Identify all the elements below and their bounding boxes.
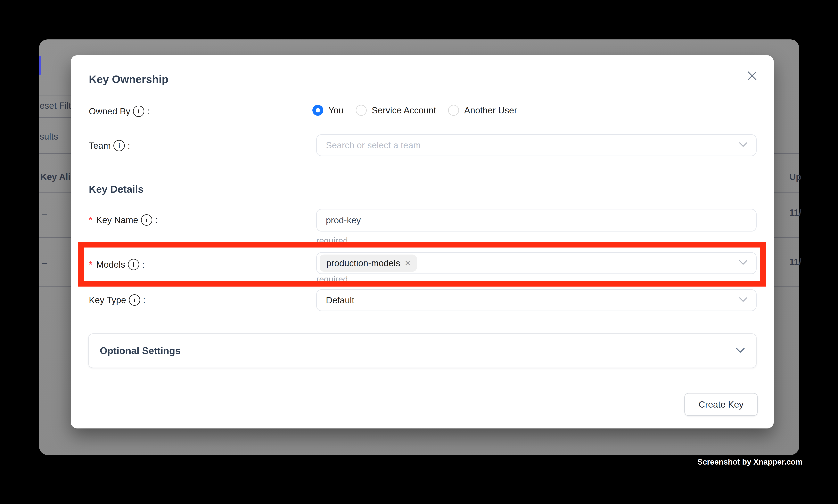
remove-tag-icon[interactable]: ✕ bbox=[404, 259, 411, 268]
radio-option-service-account[interactable]: Service Account bbox=[356, 105, 436, 116]
key-type-value: Default bbox=[326, 295, 354, 305]
owned-by-label-text: Owned By bbox=[89, 106, 130, 116]
owned-by-radio-group: You Service Account Another User bbox=[313, 105, 517, 116]
table-top-border-left bbox=[39, 153, 71, 154]
table-header-key-alias-fragment: Key Alia bbox=[40, 173, 75, 181]
table-header-divider-right bbox=[774, 193, 799, 193]
owned-by-label: Owned By i : bbox=[89, 106, 149, 117]
radio-unselected-icon bbox=[448, 105, 459, 116]
key-name-validation-message: required bbox=[316, 236, 348, 246]
colon: : bbox=[142, 259, 144, 270]
key-name-input[interactable]: prod-key bbox=[316, 209, 756, 232]
team-label-text: Team bbox=[89, 140, 111, 151]
models-label: * Models i : bbox=[89, 259, 144, 270]
info-icon: i bbox=[141, 214, 152, 226]
table-cell-date-fragment: 11/ bbox=[789, 257, 801, 266]
team-label: Team i : bbox=[89, 140, 130, 151]
radio-option-you[interactable]: You bbox=[313, 105, 344, 116]
modal-title: Key Ownership bbox=[89, 73, 168, 86]
required-asterisk: * bbox=[89, 259, 92, 270]
colon: : bbox=[147, 106, 149, 116]
table-row-divider-right bbox=[774, 237, 799, 238]
info-icon: i bbox=[113, 140, 125, 151]
reset-filters-button-bottom-border bbox=[39, 117, 71, 118]
key-name-label-text: Key Name bbox=[96, 215, 138, 225]
results-count-fragment: sults bbox=[40, 132, 58, 141]
close-icon bbox=[747, 71, 757, 80]
chevron-down-icon bbox=[739, 142, 747, 148]
table-top-border-right bbox=[774, 153, 799, 154]
colon: : bbox=[127, 140, 130, 151]
chevron-down-icon bbox=[739, 297, 747, 303]
info-icon: i bbox=[129, 294, 140, 306]
team-select[interactable]: Search or select a team bbox=[316, 134, 756, 156]
close-button[interactable] bbox=[745, 69, 759, 83]
reset-filters-button-top-border bbox=[39, 95, 71, 95]
optional-settings-panel[interactable]: Optional Settings bbox=[88, 334, 756, 368]
key-type-label-text: Key Type bbox=[89, 295, 126, 305]
create-key-button-label: Create Key bbox=[699, 399, 744, 410]
required-asterisk: * bbox=[89, 215, 92, 225]
watermark-credit: Screenshot by Xnapper.com bbox=[0, 457, 802, 466]
models-validation-message: required bbox=[316, 274, 348, 284]
optional-settings-title: Optional Settings bbox=[100, 345, 181, 356]
radio-label: Another User bbox=[464, 105, 517, 115]
team-select-placeholder: Search or select a team bbox=[326, 140, 421, 150]
info-icon: i bbox=[128, 259, 139, 270]
table-row-divider-left bbox=[39, 237, 71, 238]
colon: : bbox=[143, 295, 145, 305]
table-cell-dash: – bbox=[42, 208, 47, 219]
chevron-down-icon bbox=[736, 347, 745, 354]
radio-label: Service Account bbox=[372, 105, 436, 115]
section-key-details: Key Details bbox=[89, 183, 143, 195]
table-cell-dash: – bbox=[42, 257, 47, 268]
models-select[interactable]: production-models ✕ bbox=[316, 252, 756, 274]
table-row-divider2-left bbox=[39, 286, 71, 287]
chevron-down-icon bbox=[739, 260, 747, 266]
reset-filters-button-fragment: eset Filt bbox=[40, 101, 71, 110]
key-name-label: * Key Name i : bbox=[89, 214, 157, 226]
key-name-value: prod-key bbox=[326, 215, 361, 226]
create-key-button[interactable]: Create Key bbox=[684, 393, 758, 416]
hidden-blue-button-fragment bbox=[39, 56, 41, 75]
key-type-select[interactable]: Default bbox=[316, 289, 756, 311]
key-type-label: Key Type i : bbox=[89, 294, 145, 306]
models-label-text: Models bbox=[96, 259, 125, 270]
selected-model-tag-text: production-models bbox=[326, 258, 400, 268]
radio-option-another-user[interactable]: Another User bbox=[448, 105, 517, 116]
radio-unselected-icon bbox=[356, 105, 367, 116]
table-row-divider2-right bbox=[774, 286, 799, 287]
table-header-updated-fragment: Up bbox=[789, 173, 801, 181]
radio-selected-icon bbox=[313, 105, 323, 116]
info-icon: i bbox=[133, 106, 144, 117]
selected-model-tag: production-models ✕ bbox=[320, 254, 417, 272]
create-key-modal: Key Ownership Owned By i : You Service A… bbox=[71, 55, 774, 429]
table-header-divider-left bbox=[39, 193, 71, 193]
table-cell-date-fragment: 11/ bbox=[789, 208, 801, 217]
radio-label: You bbox=[328, 105, 344, 115]
colon: : bbox=[155, 215, 158, 225]
